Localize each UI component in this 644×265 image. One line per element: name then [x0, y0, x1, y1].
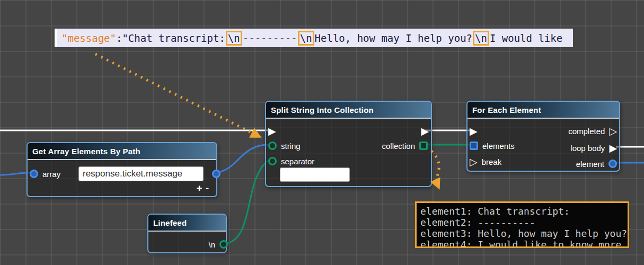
linefeed-output-port[interactable]: [219, 240, 228, 249]
elements-port-label: elements: [482, 142, 515, 151]
port-row-collection: collection: [382, 140, 428, 151]
element-port-label: element: [576, 160, 604, 169]
pin-count-controls: +-: [197, 182, 212, 194]
node-title: Get Array Elements By Path: [32, 147, 140, 156]
exec-in-icon: ▶: [268, 126, 276, 136]
collection-port-label: collection: [382, 142, 415, 151]
array-input-port[interactable]: [30, 170, 38, 178]
node-title: Linefeed: [153, 218, 187, 227]
newline-token-highlight: \n: [473, 31, 489, 46]
console-line: element4: I would like to know more: [420, 239, 628, 248]
separator-port-label: separator: [281, 157, 314, 166]
elements-input-port[interactable]: [470, 142, 478, 150]
array-port-label: array: [42, 170, 60, 179]
loop-body-port-label: loop body: [570, 144, 605, 153]
port-row-loop-body: loop body ▶: [570, 143, 617, 153]
loop-body-exec-port[interactable]: ▶: [609, 143, 617, 153]
path-input[interactable]: [78, 166, 204, 181]
completed-port-label: completed: [568, 127, 605, 136]
array-output-port[interactable]: [212, 170, 220, 178]
node-split-string-into-collection[interactable]: Split String Into Collection ▶ ▶ string …: [265, 101, 432, 187]
newline-token-highlight: \n: [298, 31, 314, 46]
separator-input-port[interactable]: [268, 157, 277, 165]
port-row-break: ▷ break: [470, 156, 501, 167]
code-snippet-bar: "message":"Chat transcript:\n---------\n…: [55, 29, 573, 47]
break-exec-port[interactable]: ▷: [470, 156, 478, 167]
snippet-text: ---------: [243, 32, 297, 44]
exec-in-port[interactable]: ▶: [470, 126, 478, 136]
snippet-text: :"Chat transcript:: [116, 32, 225, 44]
string-port-label: string: [281, 142, 301, 151]
port-row-separator: separator: [268, 156, 314, 166]
console-line: element2: ----------: [420, 217, 628, 228]
port-row-elements: elements: [470, 140, 515, 151]
wire-getarray-to-string[interactable]: [213, 145, 268, 173]
console-output-box: element1: Chat transcript: element2: ---…: [415, 201, 629, 248]
newline-token-highlight: \n: [226, 31, 242, 46]
json-key: "message": [61, 32, 116, 44]
console-line: element3: Hello, how may I help you?: [420, 228, 628, 239]
port-row-element: element: [576, 158, 617, 169]
node-title: For Each Element: [472, 105, 541, 114]
exec-in-icon: ▶: [470, 126, 478, 136]
port-row-string: string: [268, 140, 301, 151]
remove-pin-button[interactable]: -: [206, 182, 212, 193]
wire-array-in[interactable]: [0, 173, 30, 175]
node-get-array-elements-by-path[interactable]: Get Array Elements By Path array +-: [27, 142, 217, 197]
separator-input[interactable]: [280, 167, 350, 182]
snippet-text: Hello, how may I help you?: [315, 32, 472, 44]
wire-linefeed-to-separator[interactable]: [227, 161, 268, 243]
collection-output-port[interactable]: [419, 142, 428, 150]
node-for-each-element[interactable]: For Each Element ▶ completed ▷ elements …: [466, 101, 620, 172]
string-input-port[interactable]: [268, 142, 277, 150]
node-editor-canvas[interactable]: Get Array Elements By Path array +- Spli…: [0, 0, 644, 265]
node-header[interactable]: For Each Element: [467, 102, 619, 119]
node-header[interactable]: Get Array Elements By Path: [28, 143, 216, 160]
node-linefeed[interactable]: Linefeed \n: [147, 214, 227, 253]
exec-out-port[interactable]: ▶: [421, 126, 429, 136]
completed-exec-port[interactable]: ▷: [609, 126, 617, 136]
node-title: Split String Into Collection: [271, 105, 374, 114]
exec-out-icon: ▶: [421, 126, 429, 136]
add-pin-button[interactable]: +: [197, 182, 206, 193]
break-port-label: break: [482, 157, 502, 166]
node-header[interactable]: Split String Into Collection: [266, 102, 431, 119]
port-row-completed: completed ▷: [568, 126, 617, 136]
node-header[interactable]: Linefeed: [148, 215, 226, 232]
console-line: element1: Chat transcript:: [420, 206, 628, 217]
linefeed-port-label: \n: [208, 240, 215, 249]
port-row-linefeed-out: \n: [208, 239, 228, 250]
element-output-port[interactable]: [608, 160, 617, 168]
snippet-text: I would like: [490, 32, 562, 44]
exec-in-port[interactable]: ▶: [268, 126, 276, 136]
port-row-array: array: [30, 169, 60, 179]
